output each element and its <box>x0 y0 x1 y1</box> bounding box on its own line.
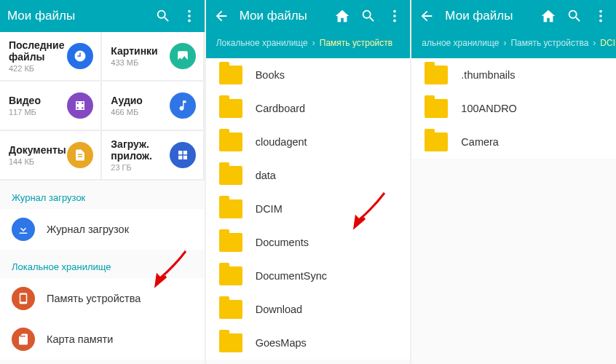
overflow-icon[interactable] <box>181 8 197 24</box>
appbar: Мои файлы <box>206 0 411 32</box>
apps-icon <box>170 142 196 168</box>
svg-point-12 <box>599 20 602 23</box>
back-icon[interactable] <box>213 8 229 24</box>
appbar: Мои файлы <box>0 0 205 32</box>
folder-icon <box>219 166 242 185</box>
tile-apps[interactable]: Загруж. прилож.23 ГБ <box>102 131 204 181</box>
svg-point-7 <box>394 10 397 13</box>
crumb-segment[interactable]: альное хранилище <box>422 38 499 48</box>
svg-rect-4 <box>183 151 186 154</box>
breadcrumb[interactable]: альное хранилище › Память устройства › D… <box>411 32 616 58</box>
row-device-storage[interactable]: Память устройства <box>0 278 205 319</box>
row-sd-card[interactable]: Карта памяти <box>0 319 205 360</box>
panel-home: Мои файлы Последние файлы422 КБ Картинки… <box>0 0 205 364</box>
image-icon <box>170 43 196 69</box>
tile-videos[interactable]: Видео117 МБ <box>0 82 102 131</box>
appbar: Мои файлы <box>411 0 616 32</box>
folder-row[interactable]: Cardboard <box>206 92 411 125</box>
svg-rect-6 <box>183 156 186 159</box>
tile-recent[interactable]: Последние файлы422 КБ <box>0 32 102 82</box>
folder-row[interactable]: cloudagent <box>206 125 411 159</box>
svg-point-8 <box>394 15 397 17</box>
crumb-segment[interactable]: Память устройства <box>510 38 588 48</box>
overflow-icon[interactable] <box>593 8 609 24</box>
svg-rect-5 <box>178 156 182 159</box>
folder-icon <box>219 266 242 285</box>
chevron-right-icon: › <box>593 38 596 48</box>
app-title: Мои файлы <box>445 9 513 23</box>
back-icon[interactable] <box>419 8 435 24</box>
app-title: Мои файлы <box>7 9 75 23</box>
folder-row[interactable]: DocumentSync <box>206 259 411 293</box>
svg-point-2 <box>188 20 191 23</box>
home-icon[interactable] <box>540 8 556 24</box>
overflow-icon[interactable] <box>387 8 403 24</box>
svg-point-9 <box>394 20 397 23</box>
svg-point-11 <box>599 15 602 17</box>
folder-icon <box>219 99 242 118</box>
folder-row[interactable]: Documents <box>206 226 411 259</box>
tile-images[interactable]: Картинки433 МБ <box>102 32 204 82</box>
folder-row[interactable]: Camera <box>411 125 616 159</box>
clock-icon <box>67 43 93 69</box>
tile-documents[interactable]: Документы144 КБ <box>0 131 102 181</box>
app-title: Мои файлы <box>240 9 307 23</box>
folder-list: Books Cardboard cloudagent data DCIM Doc… <box>206 58 411 360</box>
svg-rect-3 <box>178 151 182 154</box>
music-icon <box>170 92 196 119</box>
svg-point-10 <box>599 10 602 13</box>
folder-icon <box>425 132 448 151</box>
folder-icon <box>219 66 242 84</box>
section-downloads: Журнал загрузок <box>0 181 205 209</box>
tile-audio[interactable]: Аудио466 МБ <box>102 82 204 131</box>
search-icon[interactable] <box>155 8 171 24</box>
folder-icon <box>425 66 448 84</box>
folder-row[interactable]: GoesMaps <box>206 326 411 360</box>
folder-list: .thumbnails 100ANDRO Camera <box>411 58 616 159</box>
panel-device-storage: Мои файлы Локальное хранилище › Память у… <box>206 0 411 364</box>
phone-icon <box>12 287 35 310</box>
panel-dcim: Мои файлы альное хранилище › Память устр… <box>411 0 616 364</box>
folder-icon <box>219 199 242 218</box>
folder-row[interactable]: Download <box>206 293 411 326</box>
folder-row[interactable]: .thumbnails <box>411 58 616 92</box>
crumb-segment[interactable]: Локальное хранилище <box>216 38 308 48</box>
sd-card-icon <box>12 328 35 351</box>
folder-icon <box>219 300 242 319</box>
folder-icon <box>219 233 242 252</box>
chevron-right-icon: › <box>503 38 506 48</box>
row-downloads[interactable]: Журнал загрузок <box>0 209 205 250</box>
section-storage: Локальное хранилище <box>0 250 205 278</box>
document-icon <box>67 142 93 168</box>
download-icon <box>12 218 35 241</box>
folder-row[interactable]: data <box>206 159 411 192</box>
folder-row[interactable]: DCIM <box>206 192 411 226</box>
svg-point-1 <box>188 15 191 17</box>
category-grid: Последние файлы422 КБ Картинки433 МБ Вид… <box>0 32 205 181</box>
folder-icon <box>219 333 242 352</box>
crumb-current: DCIM <box>600 38 616 48</box>
folder-row[interactable]: Books <box>206 58 411 92</box>
home-icon[interactable] <box>334 8 350 24</box>
chevron-right-icon: › <box>312 38 315 48</box>
breadcrumb[interactable]: Локальное хранилище › Память устройств <box>206 32 411 58</box>
folder-icon <box>219 132 242 151</box>
svg-point-0 <box>188 10 191 13</box>
folder-row[interactable]: 100ANDRO <box>411 92 616 125</box>
video-icon <box>67 92 93 119</box>
folder-icon <box>425 99 448 118</box>
search-icon[interactable] <box>360 8 376 24</box>
crumb-current: Память устройств <box>320 38 392 48</box>
search-icon[interactable] <box>566 8 583 24</box>
